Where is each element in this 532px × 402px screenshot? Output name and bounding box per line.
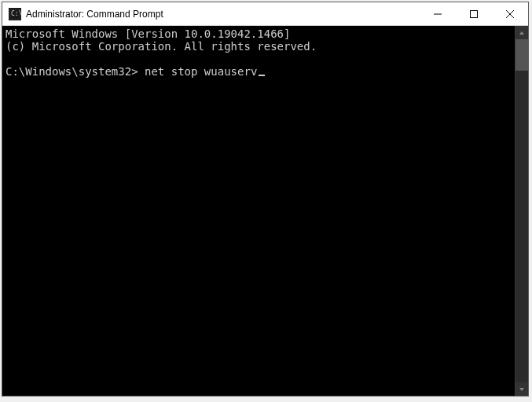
maximize-button[interactable] — [456, 2, 492, 25]
prompt-line: C:\Windows\system32> net stop wuauserv — [6, 65, 512, 78]
blank-line — [6, 53, 512, 65]
window-title: Administrator: Command Prompt — [26, 9, 420, 20]
svg-text:C:\: C:\ — [11, 10, 21, 17]
version-line: Microsoft Windows [Version 10.0.19042.14… — [6, 27, 512, 40]
vertical-scrollbar[interactable] — [515, 26, 528, 396]
text-cursor — [259, 75, 265, 76]
scroll-down-button[interactable] — [515, 382, 528, 396]
minimize-button[interactable] — [420, 2, 456, 25]
prompt-text: C:\Windows\system32> — [6, 65, 138, 78]
svg-marker-7 — [519, 31, 524, 35]
command-text: net stop wuauserv — [145, 65, 257, 78]
scroll-up-button[interactable] — [515, 26, 528, 39]
command-prompt-window: C:\ Administrator: Command Prompt Micros… — [2, 2, 529, 397]
client-area: Microsoft Windows [Version 10.0.19042.14… — [2, 26, 528, 396]
close-button[interactable] — [492, 2, 528, 25]
window-controls — [420, 2, 528, 25]
titlebar[interactable]: C:\ Administrator: Command Prompt — [2, 2, 528, 26]
cmd-icon: C:\ — [9, 8, 21, 20]
scroll-thumb[interactable] — [515, 39, 528, 71]
svg-marker-8 — [519, 388, 524, 391]
svg-rect-4 — [471, 10, 478, 17]
terminal-output[interactable]: Microsoft Windows [Version 10.0.19042.14… — [2, 26, 515, 396]
copyright-line: (c) Microsoft Corporation. All rights re… — [6, 40, 512, 53]
